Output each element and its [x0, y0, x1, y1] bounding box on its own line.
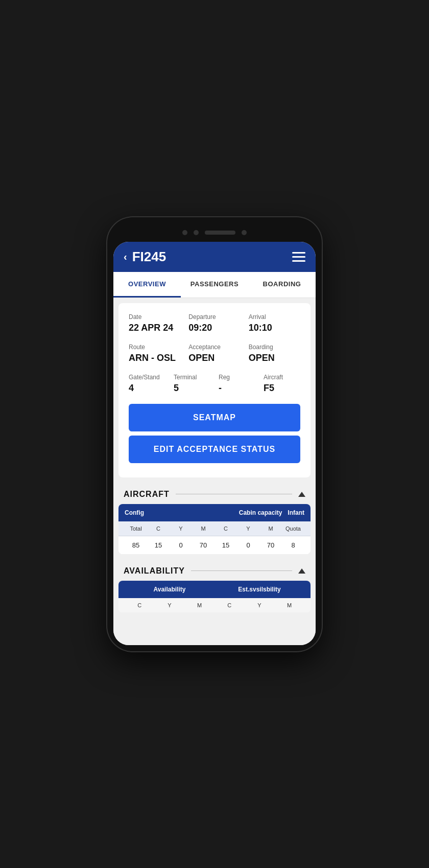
aircraft-table-subheader: Total C Y M C Y M Quota [118, 521, 311, 536]
sub-m1: M [192, 526, 214, 532]
arrival-field: Arrival 10:10 [249, 313, 300, 333]
phone-screen: ‹ FI245 OVERVIEW PASSENGERS BOARDING [113, 242, 316, 645]
terminal-field: Terminal 5 [174, 374, 210, 394]
reg-field: Reg - [219, 374, 255, 394]
reg-value: - [219, 383, 255, 394]
gate-label: Gate/Stand [129, 374, 165, 381]
date-field: Date 22 APR 24 [129, 313, 180, 333]
route-field: Route ARN - OSL [129, 344, 180, 363]
data-c1: 15 [147, 541, 170, 549]
reg-label: Reg [219, 374, 255, 381]
camera-icon [182, 230, 187, 235]
boarding-value: OPEN [249, 353, 300, 363]
config-header: Config [125, 509, 233, 516]
gate-field: Gate/Stand 4 [129, 374, 165, 394]
availability-collapse-icon[interactable] [298, 568, 305, 574]
sub-c1: C [147, 526, 170, 532]
aircraft-table-row: 85 15 0 70 15 0 70 8 [118, 536, 311, 554]
route-value: ARN - OSL [129, 353, 180, 363]
avail-sub-c1: C [125, 602, 155, 608]
flight-info-row-1: Date 22 APR 24 Departure 09:20 Arrival 1… [129, 313, 300, 333]
menu-button[interactable] [292, 252, 305, 262]
availability-table-subheader: C Y M C Y M [118, 598, 311, 612]
availability-table: Availability Est.svsilsbility C Y M C Y … [118, 581, 311, 612]
data-c2: 15 [214, 541, 237, 549]
arrival-value: 10:10 [249, 323, 300, 333]
header-left: ‹ FI245 [124, 249, 166, 265]
availability-section-line [191, 570, 292, 571]
tab-passengers[interactable]: PASSENGERS [181, 272, 248, 298]
avail-sub-m1: M [184, 602, 214, 608]
boarding-label: Boarding [249, 344, 300, 351]
hamburger-line-1 [292, 252, 305, 254]
availability-section-title: AVAILABILITY [124, 566, 185, 576]
date-value: 22 APR 24 [129, 323, 180, 333]
phone-notch [113, 223, 316, 242]
edit-acceptance-button[interactable]: EDIT ACCEPTANCE STATUS [129, 436, 300, 463]
aircraft-section-title: AIRCRAFT [124, 490, 170, 499]
acceptance-value: OPEN [188, 353, 240, 363]
sub-y2: Y [237, 526, 259, 532]
departure-value: 09:20 [188, 323, 240, 333]
terminal-label: Terminal [174, 374, 210, 381]
avail-sub-y2: Y [245, 602, 275, 608]
data-m1: 70 [192, 541, 214, 549]
tab-boarding[interactable]: BOARDING [248, 272, 316, 298]
data-quota: 8 [282, 541, 304, 549]
terminal-value: 5 [174, 383, 210, 394]
speaker-icon [205, 231, 235, 235]
flight-number-title: FI245 [132, 249, 166, 265]
data-total: 85 [125, 541, 147, 549]
aircraft-table-header: Config Cabin capacity Infant [118, 504, 311, 521]
flight-info-row-2: Route ARN - OSL Acceptance OPEN Boarding… [129, 344, 300, 363]
departure-field: Departure 09:20 [188, 313, 240, 333]
arrival-label: Arrival [249, 313, 300, 321]
boarding-field: Boarding OPEN [249, 344, 300, 363]
infant-header: Infant [288, 509, 304, 516]
hamburger-line-2 [292, 256, 305, 258]
flight-info-card: Date 22 APR 24 Departure 09:20 Arrival 1… [118, 303, 311, 477]
flight-info-row-3: Gate/Stand 4 Terminal 5 Reg - Aircraft F… [129, 374, 300, 394]
acceptance-field: Acceptance OPEN [188, 344, 240, 363]
avail-sub-y1: Y [155, 602, 185, 608]
phone-frame: ‹ FI245 OVERVIEW PASSENGERS BOARDING [107, 217, 322, 651]
availability-header: Availability [125, 586, 214, 593]
tab-bar: OVERVIEW PASSENGERS BOARDING [113, 272, 316, 298]
seatmap-button[interactable]: SEATMAP [129, 404, 300, 431]
aircraft-table: Config Cabin capacity Infant Total C Y M… [118, 504, 311, 554]
availability-section-header: AVAILABILITY [118, 559, 311, 581]
app-header: ‹ FI245 [113, 242, 316, 272]
aircraft-value: F5 [264, 383, 300, 394]
est-availability-header: Est.svsilsbility [214, 586, 304, 593]
cabin-capacity-header: Cabin capacity [233, 509, 288, 516]
aircraft-collapse-icon[interactable] [298, 492, 305, 497]
sensor-icon [194, 230, 199, 235]
avail-sub-c2: C [214, 602, 245, 608]
data-y2: 0 [237, 541, 259, 549]
data-m2: 70 [259, 541, 282, 549]
sub-c2: C [214, 526, 237, 532]
availability-table-header: Availability Est.svsilsbility [118, 581, 311, 598]
departure-label: Departure [188, 313, 240, 321]
aircraft-section-header: AIRCRAFT [118, 483, 311, 504]
data-y1: 0 [170, 541, 192, 549]
sub-m2: M [259, 526, 282, 532]
sub-y1: Y [170, 526, 192, 532]
date-label: Date [129, 313, 180, 321]
sub-total: Total [125, 526, 147, 532]
aircraft-section-line [176, 494, 292, 494]
gate-value: 4 [129, 383, 165, 394]
avail-sub-m2: M [274, 602, 304, 608]
aircraft-label: Aircraft [264, 374, 300, 381]
back-button[interactable]: ‹ [124, 251, 127, 263]
tab-overview[interactable]: OVERVIEW [113, 272, 181, 298]
aircraft-field: Aircraft F5 [264, 374, 300, 394]
hamburger-line-3 [292, 260, 305, 262]
acceptance-label: Acceptance [188, 344, 240, 351]
main-content: Date 22 APR 24 Departure 09:20 Arrival 1… [113, 298, 316, 645]
route-label: Route [129, 344, 180, 351]
sub-quota: Quota [282, 526, 304, 532]
faceid-icon [242, 230, 247, 235]
